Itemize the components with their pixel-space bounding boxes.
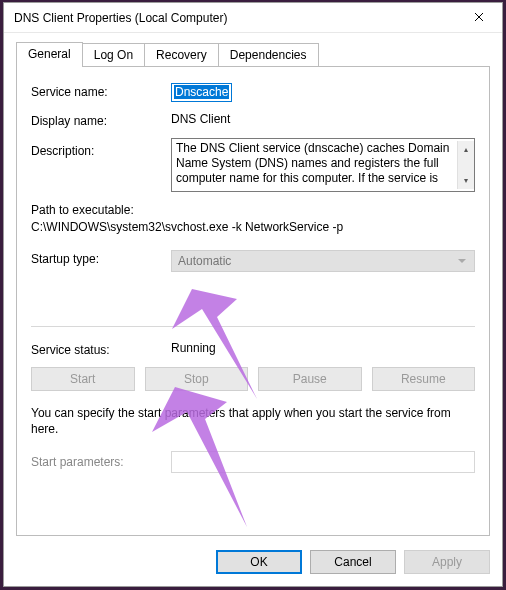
properties-window: DNS Client Properties (Local Computer) G… [3,2,503,587]
window-title: DNS Client Properties (Local Computer) [14,11,456,25]
tab-recovery[interactable]: Recovery [144,43,219,66]
description-scrollbar[interactable]: ▴ ▾ [457,141,474,189]
service-name-value: Dnscache [174,85,229,99]
tab-dependencies[interactable]: Dependencies [218,43,319,66]
start-button[interactable]: Start [31,367,135,391]
scroll-up-icon[interactable]: ▴ [458,141,474,158]
start-params-hint: You can specify the start parameters tha… [31,405,475,437]
display-name-label: Display name: [31,112,171,128]
dialog-footer: OK Cancel Apply [16,536,490,574]
path-label: Path to executable: [31,202,475,219]
description-box[interactable]: The DNS Client service (dnscache) caches… [171,138,475,192]
tab-panel-general: Service name: Dnscache Display name: DNS… [16,66,490,536]
client-area: General Log On Recovery Dependencies Ser… [4,33,502,586]
close-icon [474,11,484,25]
service-name-label: Service name: [31,83,171,99]
startup-type-value: Automatic [178,254,231,268]
path-value: C:\WINDOWS\system32\svchost.exe -k Netwo… [31,219,475,236]
tab-log-on[interactable]: Log On [82,43,145,66]
titlebar[interactable]: DNS Client Properties (Local Computer) [4,3,502,33]
tab-general[interactable]: General [16,42,83,67]
startup-type-label: Startup type: [31,250,171,266]
start-parameters-input[interactable] [171,451,475,473]
stop-button[interactable]: Stop [145,367,249,391]
cancel-button[interactable]: Cancel [310,550,396,574]
ok-button[interactable]: OK [216,550,302,574]
scroll-down-icon[interactable]: ▾ [458,172,474,189]
startup-type-combo[interactable]: Automatic [171,250,475,272]
resume-button[interactable]: Resume [372,367,476,391]
service-status-value: Running [171,341,475,355]
display-name-value: DNS Client [171,112,475,126]
description-text: The DNS Client service (dnscache) caches… [176,141,457,189]
service-control-buttons: Start Stop Pause Resume [31,367,475,391]
service-name-field[interactable]: Dnscache [171,83,232,102]
start-parameters-label: Start parameters: [31,455,171,469]
service-status-label: Service status: [31,341,171,357]
apply-button[interactable]: Apply [404,550,490,574]
separator [31,326,475,327]
close-button[interactable] [456,3,502,32]
tab-strip: General Log On Recovery Dependencies [16,43,490,66]
description-label: Description: [31,138,171,158]
pause-button[interactable]: Pause [258,367,362,391]
